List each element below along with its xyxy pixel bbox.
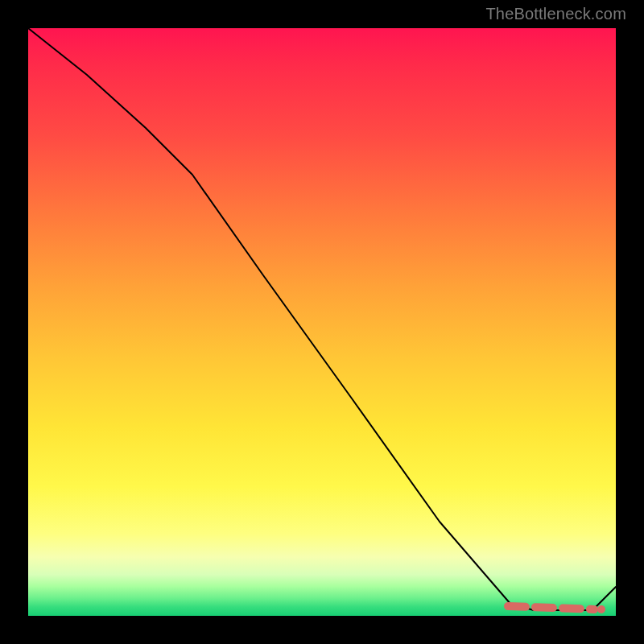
watermark-text: TheBottleneck.com: [485, 5, 626, 23]
optimal-range-end-dot: [597, 605, 605, 613]
chart-stage: TheBottleneck.com: [0, 0, 644, 644]
optimal-range-marker: [508, 606, 594, 609]
bottleneck-curve: [28, 28, 616, 610]
chart-overlay: [28, 28, 616, 616]
